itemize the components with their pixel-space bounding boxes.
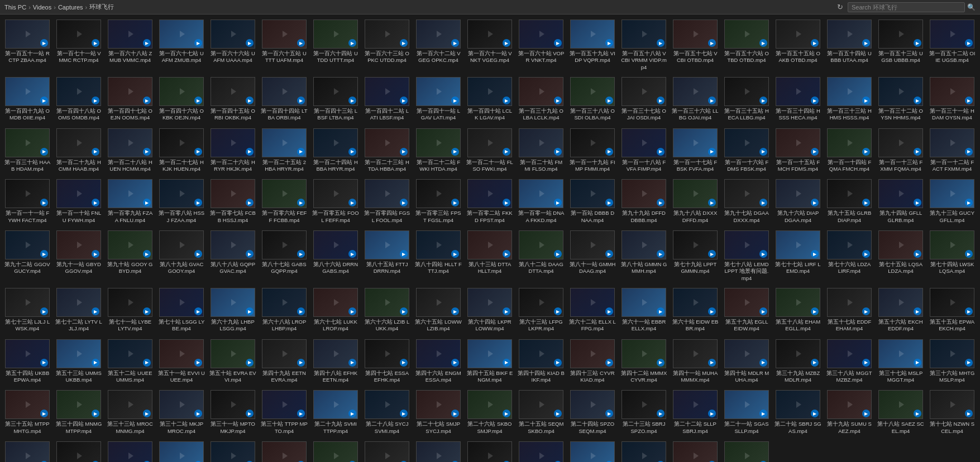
list-item[interactable]: ▶ 第一百二十七站 HKJK HUEN.mp4 bbox=[156, 126, 207, 176]
list-item[interactable]: ▶ 第一百四十站 LCLK LGAV.mp4 bbox=[465, 74, 515, 124]
list-item[interactable]: ▶ 第九十三站 GUCY GFLL.mp4 bbox=[927, 176, 977, 227]
list-item[interactable]: ▶ 第一百四十二站 LATI LBSF.mp4 bbox=[362, 74, 412, 124]
list-item[interactable]: ▶ 第二十七站 SMJP SYCJ.mp4 bbox=[413, 387, 463, 437]
list-item[interactable]: ▶ 第一百五十八站 VCBI VRMM VIDP.mp4 bbox=[619, 17, 669, 73]
list-item[interactable]: ▶ 第一百五十四站 UBBB UTAA.mp4 bbox=[824, 17, 874, 73]
breadcrumb-captures[interactable]: Captures bbox=[58, 4, 83, 11]
list-item[interactable]: ▶ 第二十八站 SYCJ SVMI.mp4 bbox=[362, 387, 412, 437]
list-item[interactable]: ▶ 第十八站 SAEZ SCEL.mp4 bbox=[876, 387, 926, 437]
list-item[interactable]: ▶ 第一百二十二站 FWKI HTDA.mp4 bbox=[413, 126, 463, 176]
list-item[interactable]: ▶ 第六十一站 EBBR ELLX.mp4 bbox=[619, 285, 669, 335]
list-item[interactable]: ▶ 第八十九站 GVAC GOOY.mp4 bbox=[156, 228, 207, 284]
list-item[interactable]: ▶ 第十六站 YMML NZWN.mp4 bbox=[2, 439, 52, 462]
list-item[interactable]: ▶ 第八十五站 FTTJ DRRN.mp4 bbox=[362, 228, 412, 284]
list-item[interactable]: ▶ 第二十九站 SVMI TTPP.mp4 bbox=[310, 387, 361, 437]
list-item[interactable]: ▶ 第十三站 WSSS WIII.mp4 bbox=[156, 439, 207, 462]
list-item[interactable]: ▶ 第四十四站 KIAD BIKF.mp4 bbox=[516, 336, 566, 387]
list-item[interactable]: ▶ 第八十三站 DTTA HLLT.mp4 bbox=[465, 228, 515, 284]
list-item[interactable]: ▶ 第一百零八站 HSSJ FZAA.mp4 bbox=[156, 176, 207, 227]
list-item[interactable]: ▶ 第七十八站 LEMD LPPT 地景有问题.mp4 bbox=[721, 228, 772, 284]
list-item[interactable]: ▶ 第一百零二站 FKKD FPST.mp4 bbox=[465, 176, 515, 227]
list-item[interactable]: ▶ 第一百一十一站 FYWH FACT.mp4 bbox=[2, 176, 52, 227]
list-item[interactable]: ▶ 第一站 ZBAA RKSI.mp4 bbox=[721, 439, 772, 462]
list-item[interactable]: ▶ 第八十二站 DAAG DTTA.mp4 bbox=[516, 228, 566, 284]
list-item[interactable]: ▶ 第一百二十三站 HTDA HBBA.mp4 bbox=[362, 126, 412, 176]
list-item[interactable]: ▶ 第一百二十站 FMMI FLSO.mp4 bbox=[516, 126, 566, 176]
list-item[interactable]: ▶ 第一百一十五站 FMCH FDMS.mp4 bbox=[773, 126, 823, 176]
list-item[interactable]: ▶ 第一百四十五站 ORBI OKBK.mp4 bbox=[208, 74, 258, 124]
list-item[interactable]: ▶ 第一百三十站 HAAB HDAM.mp4 bbox=[2, 126, 52, 176]
list-item[interactable]: ▶ 第一百六十五站 UTTT UAFM.mp4 bbox=[259, 17, 309, 73]
list-item[interactable]: ▶ 第十九站 SUMU SAEZ.mp4 bbox=[824, 387, 874, 437]
list-item[interactable]: ▶ 第五十四站 UKBB EPWA.mp4 bbox=[2, 336, 52, 387]
list-item[interactable]: ▶ 第九十七站 DGAA DXXX.mp4 bbox=[721, 176, 772, 227]
list-item[interactable]: ▶ 第一百零五站 FOOL FEFF.mp4 bbox=[310, 176, 361, 227]
list-item[interactable]: ▶ 第一百四十六站 OKBK OEJN.mp4 bbox=[156, 74, 207, 124]
list-item[interactable]: ▶ 第一百六十六站 UAFM UAAA.mp4 bbox=[208, 17, 258, 73]
list-item[interactable]: ▶ 第一百三十二站 OYSN HHMS.mp4 bbox=[876, 74, 926, 124]
list-item[interactable]: ▶ 第一百四十七站 OEJN OOMS.mp4 bbox=[105, 74, 155, 124]
list-item[interactable]: ▶ 第一百四十三站 LBSF LTBA.mp4 bbox=[310, 74, 361, 124]
list-item[interactable]: ▶ 第一百二十四站 HBBA HRYR.mp4 bbox=[310, 126, 361, 176]
list-item[interactable]: ▶ 第一百二十五站 2HBA HRYR.mp4 bbox=[259, 126, 309, 176]
list-item[interactable]: ▶ 第一百二十九站 HCMM HAAB.mp4 bbox=[54, 126, 104, 176]
list-item[interactable]: ▶ 第六十六站 LZIB LUKK.mp4 bbox=[362, 285, 412, 335]
list-item[interactable]: ▶ 第一百三十六站 LLBG OJAI.mp4 bbox=[670, 74, 720, 124]
list-item[interactable]: ▶ 第九十四站 GFLL GLRB.mp4 bbox=[876, 176, 926, 227]
list-item[interactable]: ▶ 第三十七站 MSLP MGGT.mp4 bbox=[876, 336, 926, 387]
list-item[interactable]: ▶ 第一百三十九站 OLBA LCLK.mp4 bbox=[516, 74, 566, 124]
list-item[interactable]: ▶ 第四十六站 ENGM ESSA.mp4 bbox=[413, 336, 463, 387]
list-item[interactable]: ▶ 第三十六站 MHTG MSLP.mp4 bbox=[927, 336, 977, 387]
list-item[interactable]: ▶ 第一百一十六站 FDMS FBSK.mp4 bbox=[721, 126, 772, 176]
list-item[interactable]: ▶ 第四十五站 BIKF ENGM.mp4 bbox=[465, 336, 515, 387]
list-item[interactable]: ▶ 第一百五十三站 UGSB UBBB.mp4 bbox=[876, 17, 926, 73]
list-item[interactable]: ▶ 第一百五十五站 OAKB OTBD.mp4 bbox=[773, 17, 823, 73]
list-item[interactable]: ▶ 第一百三十五站 HECA LLBG.mp4 bbox=[721, 74, 772, 124]
list-item[interactable]: ▶ 第五十七站 EDDF EHAM.mp4 bbox=[824, 285, 874, 335]
list-item[interactable]: ▶ 第一百七十一站 VMMC RCTP.mp4 bbox=[54, 17, 104, 73]
list-item[interactable]: ▶ 第二十五站 SEQM SKBO.mp4 bbox=[516, 387, 566, 437]
list-item[interactable]: ▶ 第一百六十站 VOPR VNKT.mp4 bbox=[516, 17, 566, 73]
list-item[interactable]: ▶ 第九十九站 DFFD DBBB.mp4 bbox=[619, 176, 669, 227]
list-item[interactable]: ▶ 第三站 ZKPY RJTT.mp4 bbox=[619, 439, 669, 462]
list-item[interactable]: ▶ 第七十一站 LYBE LYTV.mp4 bbox=[105, 285, 155, 335]
list-item[interactable]: ▶ 第二十一站 SGAS SLLP.mp4 bbox=[721, 387, 772, 437]
list-item[interactable]: ▶ 第一百二十八站 HUEN HCMM.mp4 bbox=[105, 126, 155, 176]
list-item[interactable]: ▶ 第七十七站 LIRF LEMD.mp4 bbox=[773, 228, 823, 284]
list-item[interactable]: ▶ 第一百五十六站 OTBD OTBD.mp4 bbox=[721, 17, 772, 73]
list-item[interactable]: ▶ 第十五站 WPDL YMML.mp4 bbox=[54, 439, 104, 462]
list-item[interactable]: ▶ 第三十站 TTPP MPTO.mp4 bbox=[259, 387, 309, 437]
list-item[interactable]: ▶ 第五十五站 EPWA EKCH.mp4 bbox=[927, 285, 977, 335]
list-item[interactable]: ▶ 第四十九站 EETN EVRA.mp4 bbox=[259, 336, 309, 387]
list-item[interactable]: ▶ 第九十二站 GGOV GUCY.mp4 bbox=[2, 228, 52, 284]
list-item[interactable]: ▶ 第一百六十八站 ZMUB VMMC.mp4 bbox=[105, 17, 155, 73]
list-item[interactable]: ▶ 第一百一十四站 FQMA FMCH.mp4 bbox=[824, 126, 874, 176]
list-item[interactable]: ▶ 第一百一十九站 FIMP FMMI.mp4 bbox=[567, 126, 618, 176]
list-item[interactable]: ▶ 第五站 VYYY VVNB.mp4 bbox=[516, 439, 566, 462]
refresh-icon[interactable]: ↻ bbox=[837, 3, 843, 11]
list-item[interactable]: ▶ 第一百六十二站 VGEG OPKC.mp4 bbox=[413, 17, 463, 73]
list-item[interactable]: ▶ 第一百零六站 FEFF FCBB.mp4 bbox=[259, 176, 309, 227]
list-item[interactable]: ▶ 第五十六站 EKCH EDDF.mp4 bbox=[876, 285, 926, 335]
list-item[interactable]: ▶ 第二十二站 SLLP SBRJ.mp4 bbox=[670, 387, 720, 437]
list-item[interactable]: ▶ 第七十五站 LQSA LDZA.mp4 bbox=[876, 228, 926, 284]
list-item[interactable]: ▶ 第一百六十七站 UAFM ZMUB.mp4 bbox=[156, 17, 207, 73]
breadcrumb-pc[interactable]: This PC bbox=[4, 4, 26, 11]
list-item[interactable]: ▶ 第一百零七站 FCBB HSSJ.mp4 bbox=[208, 176, 258, 227]
list-item[interactable]: ▶ 第五十站 EVRA EVVI.mp4 bbox=[208, 336, 258, 387]
list-item[interactable]: ▶ 第四站 RJTT VYYY.mp4 bbox=[567, 439, 618, 462]
list-item[interactable]: ▶ 第一百零三站 FPST FGSL.mp4 bbox=[413, 176, 463, 227]
list-item[interactable]: ▶ 第三十三站 MROC MNMG.mp4 bbox=[105, 387, 155, 437]
list-item[interactable]: ▶ 第三十一站 MPTO MKJP.mp4 bbox=[208, 387, 258, 437]
list-item[interactable]: ▶ 第六十三站 LFPG LKPR.mp4 bbox=[516, 285, 566, 335]
list-item[interactable]: ▶ 第七站 VLVT VTBS.mp4 bbox=[413, 439, 463, 462]
list-item[interactable]: ▶ 第十四站 WIII WPDL.mp4 bbox=[105, 439, 155, 462]
list-item[interactable]: ▶ 第一百二十一站 FLSO FWKI.mp4 bbox=[465, 126, 515, 176]
list-item[interactable]: ▶ 第九十六站 DIAP DGAA.mp4 bbox=[773, 176, 823, 227]
list-item[interactable]: ▶ 第八十一站 GMMH DAAG.mp4 bbox=[567, 228, 618, 284]
list-item[interactable]: ▶ 第一百三十一站 HDAM OYSN.mp4 bbox=[927, 74, 977, 124]
list-item[interactable]: ▶ 第九十一站 GBYD GGOV.mp4 bbox=[54, 228, 104, 284]
list-item[interactable]: ▶ 第一百三十八站 OSDI OLBA.mp4 bbox=[567, 74, 618, 124]
list-item[interactable]: ▶ 第一百零九站 FZAA FNLU.mp4 bbox=[105, 176, 155, 227]
list-item[interactable]: ▶ 第七十四站 LWSK LQSA.mp4 bbox=[927, 228, 977, 284]
